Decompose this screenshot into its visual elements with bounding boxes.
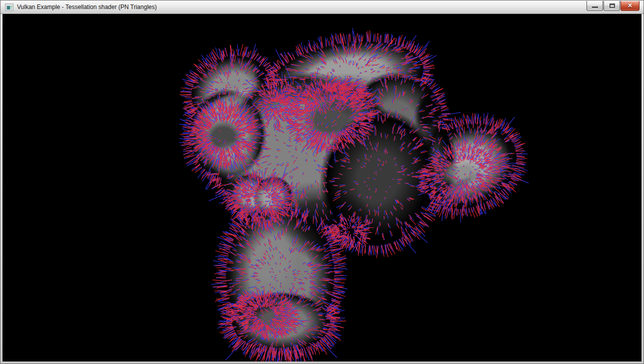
close-button[interactable]: ✕ bbox=[620, 1, 640, 11]
minimize-dash-icon bbox=[592, 6, 598, 8]
render-viewport bbox=[2, 14, 642, 362]
window-controls: ✕ bbox=[586, 1, 640, 11]
app-icon-detail bbox=[10, 6, 12, 7]
close-x-icon: ✕ bbox=[621, 1, 639, 10]
render-canvas[interactable] bbox=[2, 14, 642, 362]
window-title: Vulkan Example - Tessellation shader (PN… bbox=[17, 0, 156, 14]
app-icon-detail bbox=[7, 6, 10, 10]
minimize-button[interactable] bbox=[586, 1, 603, 11]
maximize-box-icon bbox=[610, 4, 615, 8]
app-icon[interactable] bbox=[5, 4, 14, 11]
maximize-button[interactable] bbox=[604, 1, 620, 11]
screen: { "window": { "title": "Vulkan Example -… bbox=[0, 0, 644, 364]
app-window: Vulkan Example - Tessellation shader (PN… bbox=[0, 0, 644, 364]
app-icon-detail bbox=[10, 8, 12, 8]
app-icon-detail bbox=[7, 5, 12, 6]
title-bar[interactable]: Vulkan Example - Tessellation shader (PN… bbox=[0, 0, 644, 14]
